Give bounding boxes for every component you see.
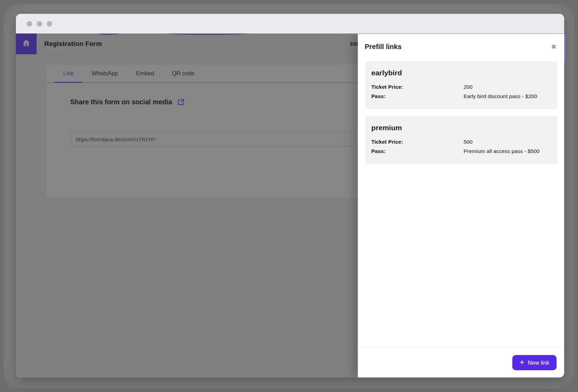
prefill-link-list: earlybird Ticket Price: 200 Pass: Early … [358,51,564,164]
prefill-field-row: Pass: Premium all access pass - $500 [371,147,550,156]
window-control-dot[interactable] [37,21,42,27]
close-icon[interactable]: ✖ [551,44,557,50]
panel-title: Prefill links [365,43,402,51]
field-value: Premium all access pass - $500 [464,147,540,156]
field-label: Ticket Price: [371,137,464,146]
field-value: Early bird discount pass - $200 [464,92,540,101]
new-link-button[interactable]: + New link [512,355,557,370]
purple-edge-glow [564,34,565,62]
panel-header: Prefill links ✖ [358,34,564,51]
browser-titlebar [16,14,564,34]
field-label: Pass: [371,147,464,156]
new-link-label: New link [528,360,549,366]
field-label: Pass: [371,92,464,101]
prefill-link-card[interactable]: premium Ticket Price: 500 Pass: Premium … [365,116,557,164]
prefill-field-row: Pass: Early bird discount pass - $200 [371,92,550,101]
window-control-dot[interactable] [47,21,52,27]
plus-icon: + [520,358,524,366]
prefill-field-row: Ticket Price: 500 [371,137,550,146]
app-window: Registration Form EDIT Link WhatsApp Emb… [16,14,564,377]
panel-footer: + New link [358,347,564,377]
field-value: 500 [464,137,540,146]
field-value: 200 [464,83,540,92]
prefill-link-name: premium [371,124,550,132]
prefill-links-panel: Prefill links ✖ earlybird Ticket Price: … [358,34,564,377]
prefill-field-row: Ticket Price: 200 [371,83,550,92]
app-area: Registration Form EDIT Link WhatsApp Emb… [16,34,564,377]
prefill-link-name: earlybird [371,69,550,77]
window-control-dot[interactable] [27,21,32,27]
prefill-link-card[interactable]: earlybird Ticket Price: 200 Pass: Early … [365,61,557,109]
field-label: Ticket Price: [371,83,464,92]
